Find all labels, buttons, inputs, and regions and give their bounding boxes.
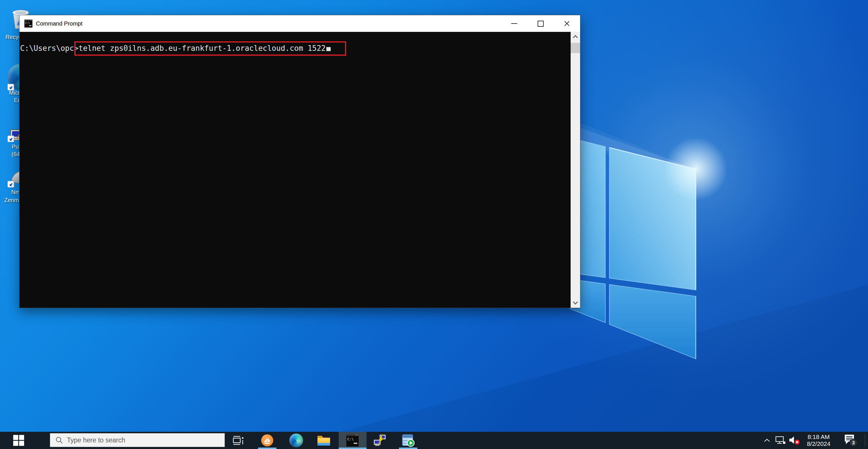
svg-text:C:\: C:\	[25, 22, 30, 24]
volume-tray-button[interactable]	[788, 432, 801, 449]
minimize-button[interactable]	[501, 15, 527, 32]
console-output[interactable]: C:\Users\opc>telnet zps0ilns.adb.eu-fran…	[20, 32, 570, 308]
volume-muted-icon	[789, 436, 800, 445]
close-icon	[564, 21, 570, 26]
shortcut-arrow-icon	[7, 136, 14, 142]
task-view-icon	[232, 435, 244, 446]
highlight-annotation-box	[74, 41, 346, 56]
maximize-button[interactable]	[527, 15, 554, 32]
network-tray-button[interactable]	[774, 432, 786, 449]
command-prompt-taskbar-button[interactable]: C:\	[339, 432, 367, 449]
command-prompt-icon: C:\	[24, 20, 32, 28]
window-titlebar[interactable]: C:\ Command Prompt	[20, 15, 580, 32]
close-button[interactable]	[554, 15, 580, 32]
shortcut-arrow-icon	[7, 181, 14, 187]
tray-time: 8:18 AM	[807, 433, 830, 440]
ethernet-network-icon	[775, 436, 786, 445]
orange-app-icon	[260, 434, 274, 447]
command-prompt-window: C:\ Command Prompt C:\Users\opc>telnet z…	[19, 15, 580, 308]
taskbar: Type here to search	[0, 432, 868, 449]
search-icon	[55, 437, 63, 444]
svg-text:3: 3	[852, 440, 855, 446]
maximize-icon	[538, 21, 544, 27]
putty-taskbar-button[interactable]	[372, 432, 387, 449]
running-indicator	[258, 448, 276, 449]
vertical-scrollbar[interactable]	[570, 32, 580, 308]
svg-text:C:\: C:\	[347, 437, 353, 441]
sql-database-button[interactable]	[401, 432, 415, 449]
tray-date: 8/2/2024	[807, 440, 830, 447]
window-title: Command Prompt	[36, 20, 82, 27]
command-prompt-icon: C:\	[346, 434, 359, 447]
desktop: Recycle Bin Microsoft Edge PuTTY (64-bit…	[0, 0, 868, 449]
orange-app-button[interactable]	[260, 432, 275, 449]
scroll-up-icon[interactable]	[570, 32, 580, 41]
taskbar-search-input[interactable]: Type here to search	[50, 433, 225, 447]
active-app-indicator	[339, 448, 367, 449]
file-explorer-icon	[317, 435, 331, 446]
clock-tray-button[interactable]: 8:18 AM 8/2/2024	[803, 432, 834, 449]
running-indicator	[399, 448, 417, 449]
scrollbar-thumb[interactable]	[570, 43, 580, 53]
edge-taskbar-button[interactable]	[289, 432, 304, 449]
microsoft-edge-icon	[289, 433, 303, 447]
tray-expand-button[interactable]	[761, 432, 773, 449]
sql-database-icon	[402, 434, 415, 447]
start-button[interactable]	[0, 432, 37, 449]
file-explorer-button[interactable]	[316, 432, 331, 449]
minimize-icon	[511, 23, 517, 24]
task-view-button[interactable]	[231, 432, 245, 449]
action-center-button[interactable]: 3	[842, 432, 859, 449]
scroll-down-icon[interactable]	[570, 298, 580, 308]
search-placeholder: Type here to search	[67, 437, 125, 444]
putty-icon	[373, 434, 386, 447]
chevron-up-icon	[763, 438, 771, 443]
action-center-icon: 3	[843, 433, 858, 447]
windows-start-icon	[13, 435, 24, 446]
console-prompt: C:\Users\opc>	[20, 44, 79, 53]
